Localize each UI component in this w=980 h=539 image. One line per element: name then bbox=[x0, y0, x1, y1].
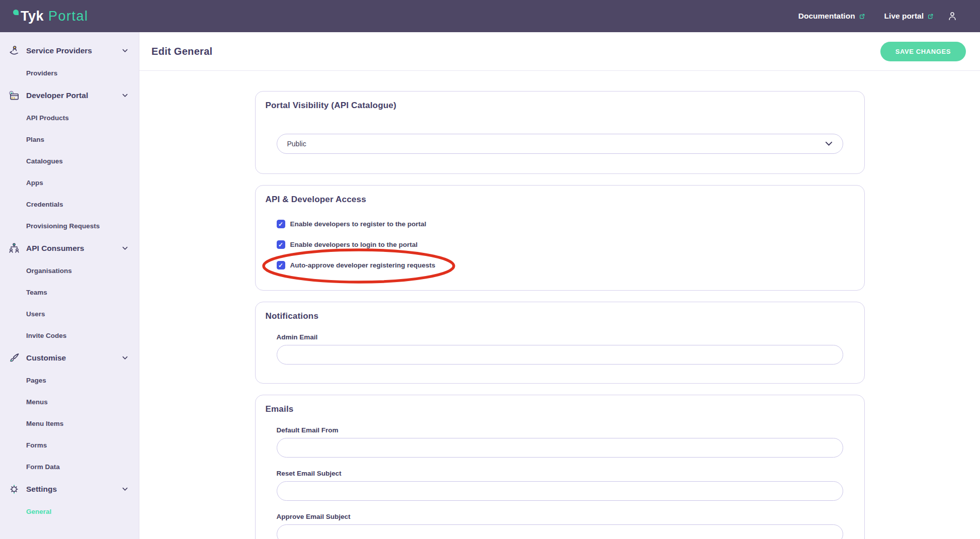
checkbox-auto-approve[interactable] bbox=[277, 261, 285, 270]
field-label-admin-email: Admin Email bbox=[277, 333, 843, 341]
approve-email-subject-input[interactable] bbox=[277, 524, 843, 539]
sidebar-section-label: Service Providers bbox=[26, 46, 92, 55]
sidebar-item-users[interactable]: Users bbox=[0, 303, 139, 325]
service-providers-icon bbox=[7, 44, 21, 57]
live-portal-link[interactable]: Live portal bbox=[884, 12, 934, 21]
checkbox-row-auto-approve[interactable]: Auto-approve developer registering reque… bbox=[277, 261, 436, 270]
sidebar-item-teams[interactable]: Teams bbox=[0, 282, 139, 303]
field-label-reset-email-subject: Reset Email Subject bbox=[277, 470, 843, 477]
sidebar-section-api-consumers[interactable]: API Consumers bbox=[0, 237, 139, 260]
developer-portal-icon bbox=[7, 89, 21, 102]
sidebar-item-apps[interactable]: Apps bbox=[0, 172, 139, 194]
card-title: Notifications bbox=[266, 311, 854, 321]
topbar-nav: Documentation Live portal bbox=[798, 11, 958, 22]
sidebar-item-menus[interactable]: Menus bbox=[0, 391, 139, 413]
emails-card: Emails Default Email From Reset Email Su… bbox=[255, 395, 865, 539]
card-title: Portal Visibility (API Catalogue) bbox=[266, 101, 854, 111]
sidebar-item-provisioning-requests[interactable]: Provisioning Requests bbox=[0, 215, 139, 237]
sidebar-section-label: Developer Portal bbox=[26, 91, 88, 100]
reset-email-subject-input[interactable] bbox=[277, 481, 843, 501]
portal-visibility-select[interactable]: Public bbox=[277, 134, 843, 154]
app-window: Tyk Portal Documentation Live portal bbox=[0, 0, 980, 539]
checkbox-label: Auto-approve developer registering reque… bbox=[290, 261, 436, 269]
settings-icon bbox=[7, 483, 21, 496]
api-consumers-icon bbox=[7, 242, 21, 255]
checkbox-row-login[interactable]: Enable developers to login to the portal bbox=[277, 240, 418, 249]
portal-visibility-card: Portal Visibility (API Catalogue) Public bbox=[255, 91, 865, 174]
chevron-down-icon[interactable] bbox=[122, 94, 128, 98]
chevron-down-icon[interactable] bbox=[122, 356, 128, 360]
checkbox-label: Enable developers to register to the por… bbox=[290, 220, 427, 228]
documentation-link[interactable]: Documentation bbox=[798, 12, 865, 21]
sidebar-section-settings[interactable]: Settings bbox=[0, 478, 139, 501]
settings-form: Portal Visibility (API Catalogue) Public… bbox=[139, 71, 980, 539]
api-developer-access-card: API & Developer Access Enable developers… bbox=[255, 185, 865, 291]
sidebar-item-providers[interactable]: Providers bbox=[0, 62, 139, 84]
external-link-icon bbox=[859, 13, 865, 20]
sidebar-section-customise[interactable]: Customise bbox=[0, 346, 139, 370]
sidebar-section-developer-portal[interactable]: Developer Portal bbox=[0, 84, 139, 107]
sidebar-item-forms[interactable]: Forms bbox=[0, 434, 139, 456]
notifications-card: Notifications Admin Email bbox=[255, 302, 865, 384]
field-label-approve-email-subject: Approve Email Subject bbox=[277, 513, 843, 520]
chevron-down-icon[interactable] bbox=[122, 49, 128, 53]
sidebar-item-organisations[interactable]: Organisations bbox=[0, 260, 139, 282]
sidebar-item-plans[interactable]: Plans bbox=[0, 129, 139, 150]
sidebar-section-label: Customise bbox=[26, 353, 66, 363]
page-header: Edit General SAVE CHANGES bbox=[139, 32, 980, 71]
user-menu-button[interactable] bbox=[947, 11, 958, 22]
page-title: Edit General bbox=[151, 46, 212, 57]
sidebar-section-label: API Consumers bbox=[26, 244, 84, 253]
sidebar-section-service-providers[interactable]: Service Providers bbox=[0, 39, 139, 62]
field-label-default-email-from: Default Email From bbox=[277, 426, 843, 434]
sidebar-item-pages[interactable]: Pages bbox=[0, 370, 139, 391]
chevron-down-icon bbox=[825, 141, 833, 146]
sidebar-item-general[interactable]: General bbox=[0, 501, 139, 522]
default-email-from-input[interactable] bbox=[277, 438, 843, 458]
sidebar-item-invite-codes[interactable]: Invite Codes bbox=[0, 325, 139, 346]
sidebar: Service Providers Providers Developer bbox=[0, 32, 139, 539]
card-title: API & Developer Access bbox=[266, 195, 854, 205]
card-title: Emails bbox=[266, 404, 854, 414]
chevron-down-icon[interactable] bbox=[122, 487, 128, 491]
logo-brand: Tyk bbox=[21, 9, 44, 24]
external-link-icon bbox=[927, 13, 934, 20]
main-content: Edit General SAVE CHANGES Portal Visibil… bbox=[139, 32, 980, 539]
portal-visibility-selected-value: Public bbox=[287, 140, 306, 148]
sidebar-item-catalogues[interactable]: Catalogues bbox=[0, 150, 139, 172]
customise-icon bbox=[7, 351, 21, 365]
tyk-leaf-icon bbox=[13, 10, 19, 15]
live-portal-link-label: Live portal bbox=[884, 12, 924, 21]
documentation-link-label: Documentation bbox=[798, 12, 855, 21]
save-changes-button[interactable]: SAVE CHANGES bbox=[880, 42, 966, 61]
sidebar-section-label: Settings bbox=[26, 485, 57, 494]
tyk-portal-logo[interactable]: Tyk Portal bbox=[13, 9, 89, 24]
sidebar-item-menu-items[interactable]: Menu Items bbox=[0, 413, 139, 434]
topbar: Tyk Portal Documentation Live portal bbox=[0, 0, 980, 32]
sidebar-item-credentials[interactable]: Credentials bbox=[0, 194, 139, 215]
admin-email-input[interactable] bbox=[277, 345, 843, 365]
logo-product: Portal bbox=[48, 9, 89, 24]
checkbox-row-register[interactable]: Enable developers to register to the por… bbox=[277, 220, 427, 228]
sidebar-item-api-products[interactable]: API Products bbox=[0, 107, 139, 129]
chevron-down-icon[interactable] bbox=[122, 246, 128, 250]
checkbox-label: Enable developers to login to the portal bbox=[290, 241, 418, 248]
checkbox-register[interactable] bbox=[277, 220, 285, 228]
checkbox-login[interactable] bbox=[277, 240, 285, 249]
user-icon bbox=[947, 11, 958, 22]
sidebar-item-form-data[interactable]: Form Data bbox=[0, 456, 139, 478]
